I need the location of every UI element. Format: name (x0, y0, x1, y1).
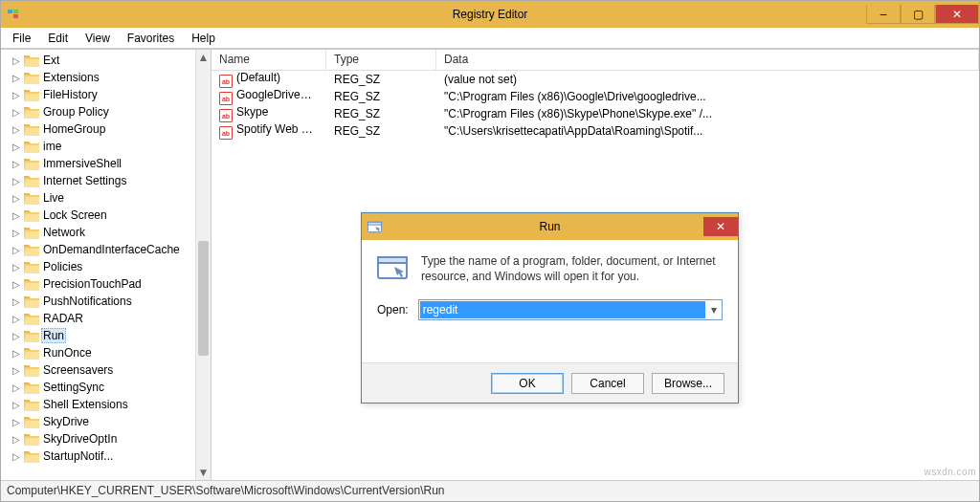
expand-icon[interactable]: ▷ (11, 193, 21, 204)
value-data: "C:\Users\krisettecapati\AppData\Roaming… (436, 123, 979, 139)
run-open-row: Open: ▾ (377, 299, 723, 320)
registry-tree[interactable]: ▷Ext▷Extensions▷FileHistory▷Group Policy… (1, 50, 195, 480)
run-description-row: Type the name of a program, folder, docu… (377, 253, 723, 284)
folder-icon (24, 191, 39, 205)
expand-icon[interactable]: ▷ (11, 159, 21, 169)
folder-icon (24, 157, 39, 170)
menu-help[interactable]: Help (184, 30, 223, 47)
expand-icon[interactable]: ▷ (11, 245, 21, 255)
expand-icon[interactable]: ▷ (11, 331, 21, 341)
tree-item[interactable]: ▷Extensions (5, 69, 195, 86)
menu-favorites[interactable]: Favorites (120, 30, 182, 47)
expand-icon[interactable]: ▷ (11, 55, 21, 66)
scroll-up-icon[interactable]: ▲ (196, 50, 211, 65)
expand-icon[interactable]: ▷ (11, 365, 21, 376)
tree-item[interactable]: ▷Lock Screen (5, 207, 195, 224)
open-input[interactable] (420, 301, 705, 318)
tree-item[interactable]: ▷SettingSync (5, 379, 195, 396)
value-row[interactable]: ab(Default)REG_SZ(value not set) (212, 71, 979, 88)
menu-file[interactable]: File (5, 30, 38, 47)
expand-icon[interactable]: ▷ (11, 142, 21, 152)
expand-icon[interactable]: ▷ (11, 434, 21, 445)
expand-icon[interactable]: ▷ (11, 210, 21, 221)
value-row[interactable]: abSkypeREG_SZ"C:\Program Files (x86)\Sky… (212, 105, 979, 122)
run-body: Type the name of a program, folder, docu… (362, 240, 738, 362)
tree-item[interactable]: ▷Screensavers (5, 361, 195, 379)
folder-icon (24, 277, 39, 291)
menu-edit[interactable]: Edit (40, 30, 76, 47)
open-combobox[interactable]: ▾ (418, 299, 723, 320)
expand-icon[interactable]: ▷ (11, 262, 21, 273)
folder-icon (24, 88, 39, 101)
expand-icon[interactable]: ▷ (11, 382, 21, 393)
value-row[interactable]: abSpotify Web Hel...REG_SZ"C:\Users\kris… (212, 122, 979, 140)
browse-button[interactable]: Browse... (652, 373, 724, 394)
menu-view[interactable]: View (78, 30, 118, 47)
tree-item[interactable]: ▷Network (5, 224, 195, 241)
run-description: Type the name of a program, folder, docu… (421, 253, 723, 284)
run-titlebar[interactable]: Run ✕ (362, 213, 738, 240)
column-header-data[interactable]: Data (436, 50, 979, 70)
tree-item[interactable]: ▷OnDemandInterfaceCache (5, 241, 195, 258)
expand-icon[interactable]: ▷ (11, 296, 21, 307)
folder-icon (24, 415, 39, 428)
expand-icon[interactable]: ▷ (11, 124, 21, 135)
column-header-type[interactable]: Type (326, 50, 436, 70)
tree-item[interactable]: ▷RADAR (5, 310, 195, 327)
tree-item[interactable]: ▷Run (5, 327, 195, 344)
tree-item[interactable]: ▷SkyDriveOptIn (5, 430, 195, 447)
folder-icon (24, 208, 39, 222)
expand-icon[interactable]: ▷ (11, 228, 21, 238)
expand-icon[interactable]: ▷ (11, 73, 21, 83)
tree-item-label: FileHistory (41, 87, 100, 102)
tree-item[interactable]: ▷ImmersiveShell (5, 155, 195, 172)
app-icon (7, 7, 22, 22)
expand-icon[interactable]: ▷ (11, 314, 21, 324)
expand-icon[interactable]: ▷ (11, 90, 21, 100)
tree-item-label: Internet Settings (41, 173, 128, 188)
folder-icon (24, 346, 39, 360)
expand-icon[interactable]: ▷ (11, 348, 21, 359)
tree-item[interactable]: ▷PrecisionTouchPad (5, 275, 195, 293)
maximize-button[interactable]: ▢ (901, 5, 935, 24)
tree-item[interactable]: ▷StartupNotif... (5, 447, 195, 465)
expand-icon[interactable]: ▷ (11, 279, 21, 290)
tree-item[interactable]: ▷FileHistory (5, 86, 195, 103)
expand-icon[interactable]: ▷ (11, 417, 21, 427)
tree-item[interactable]: ▷SkyDrive (5, 413, 195, 430)
tree-scrollbar[interactable]: ▲ ▼ (195, 50, 211, 480)
column-header-name[interactable]: Name (212, 50, 326, 70)
value-row[interactable]: abGoogleDriveSyncREG_SZ"C:\Program Files… (212, 88, 979, 105)
chevron-down-icon[interactable]: ▾ (706, 303, 722, 316)
tree-item[interactable]: ▷Policies (5, 258, 195, 275)
folder-icon (24, 226, 39, 239)
tree-item[interactable]: ▷Live (5, 189, 195, 207)
tree-item[interactable]: ▷PushNotifications (5, 293, 195, 310)
value-type: REG_SZ (326, 123, 436, 139)
tree-item-label: Live (41, 190, 66, 206)
tree-item[interactable]: ▷Internet Settings (5, 172, 195, 189)
expand-icon[interactable]: ▷ (11, 451, 21, 462)
value-name: abSpotify Web Hel... (212, 121, 326, 142)
tree-item[interactable]: ▷Group Policy (5, 103, 195, 120)
run-close-button[interactable]: ✕ (703, 217, 738, 236)
tree-item[interactable]: ▷Shell Extensions (5, 396, 195, 413)
tree-item-label: SkyDriveOptIn (41, 431, 119, 447)
tree-item-label: OnDemandInterfaceCache (41, 242, 182, 257)
tree-item[interactable]: ▷ime (5, 138, 195, 155)
tree-item[interactable]: ▷RunOnce (5, 344, 195, 361)
tree-item[interactable]: ▷Ext (5, 52, 195, 69)
scrollbar-thumb[interactable] (198, 241, 209, 356)
ok-button[interactable]: OK (491, 373, 564, 394)
tree-item[interactable]: ▷HomeGroup (5, 120, 195, 138)
expand-icon[interactable]: ▷ (11, 400, 21, 410)
expand-icon[interactable]: ▷ (11, 107, 21, 118)
titlebar[interactable]: Registry Editor – ▢ ✕ (1, 1, 979, 28)
tree-item-label: StartupNotif... (41, 448, 115, 464)
scroll-down-icon[interactable]: ▼ (196, 465, 211, 480)
cancel-button[interactable]: Cancel (571, 373, 644, 394)
expand-icon[interactable]: ▷ (11, 176, 21, 186)
tree-item-label: Extensions (41, 70, 101, 85)
minimize-button[interactable]: – (866, 5, 901, 24)
close-button[interactable]: ✕ (935, 5, 979, 24)
